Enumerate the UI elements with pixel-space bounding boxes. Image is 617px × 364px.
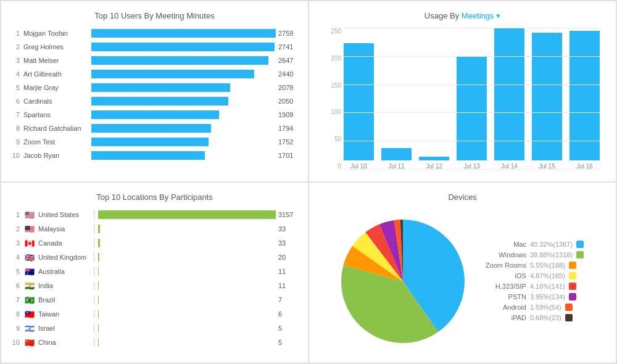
legend-value: 1.59%(54) — [530, 304, 561, 311]
country-flag: 🇬🇧 — [23, 253, 36, 262]
y-axis-label: 200 — [331, 55, 341, 62]
legend-value: 0.68%(23) — [530, 314, 561, 321]
table-row: 6Cardinals2050 — [11, 96, 298, 107]
rank-label: 1 — [11, 211, 20, 218]
country-flag: 🇲🇾 — [23, 225, 36, 234]
rank-label: 2 — [11, 225, 20, 233]
location-bar — [98, 267, 99, 276]
usage-bar-label: Jul 15 — [539, 163, 555, 170]
devices-panel: Devices Mac40.32%(1367)Windows38.88%(131… — [308, 182, 616, 363]
table-row: 8Richard Gatchalian1794 — [11, 123, 298, 134]
user-name: Cardinals — [23, 97, 91, 105]
usage-dropdown-icon[interactable]: ▾ — [496, 11, 500, 20]
bar-container — [91, 138, 276, 146]
location-bar — [98, 281, 99, 290]
y-axis-label: 100 — [331, 109, 341, 115]
user-name: Marjie Gray — [23, 84, 91, 91]
usage-bar — [532, 33, 562, 160]
bar-value: 1752 — [278, 138, 298, 146]
usage-bar-col: Jul 10 — [344, 28, 374, 170]
location-bar — [98, 310, 99, 318]
location-bar-container — [98, 310, 276, 318]
rank-label: 6 — [11, 97, 20, 105]
location-bar-container — [98, 253, 276, 262]
legend-value: 40.32%(1367) — [530, 241, 573, 248]
usage-bar — [569, 31, 600, 160]
legend-value: 4.16%(141) — [530, 283, 565, 290]
user-name: Spartans — [23, 111, 91, 118]
table-row: 4Art Gilbreath2440 — [11, 68, 298, 80]
location-value: 11 — [278, 282, 298, 289]
location-value: 6 — [278, 310, 298, 318]
location-bar — [98, 296, 99, 304]
divider — [94, 310, 94, 318]
location-bar-container — [98, 324, 276, 333]
top-users-title: Top 10 Users By Meeting Minutes — [11, 11, 298, 20]
location-value: 11 — [278, 268, 298, 275]
bar-value: 2440 — [278, 70, 298, 78]
list-item: 9🇮🇱Israel5 — [11, 323, 298, 334]
legend-label: PSTN — [477, 293, 526, 300]
rank-label: 4 — [11, 254, 20, 261]
bar-value: 1909 — [278, 111, 298, 118]
table-row: 3Matt Melser2647 — [11, 55, 298, 66]
usage-bars: Jul 10Jul 11Jul 12Jul 13Jul 14Jul 15Jul … — [319, 28, 606, 170]
y-axis-label: 150 — [331, 82, 341, 89]
bar-container — [91, 110, 276, 119]
country-flag: 🇧🇷 — [23, 296, 36, 305]
location-bar-container — [98, 281, 276, 290]
country-name: Brazil — [38, 296, 94, 304]
legend-color-dot — [569, 293, 576, 300]
rank-label: 2 — [11, 43, 20, 51]
rank-label: 8 — [11, 310, 20, 318]
list-item: 8🇹🇼Taiwan6 — [11, 308, 298, 320]
devices-title: Devices — [319, 192, 606, 202]
rank-label: 7 — [11, 111, 20, 118]
bar-container — [91, 151, 276, 160]
list-item: 2🇲🇾Malaysia33 — [11, 223, 298, 234]
location-bar-container — [98, 239, 276, 247]
location-bar-container — [98, 338, 276, 347]
table-row: 10Jacob Ryan1701 — [11, 150, 298, 161]
bar — [91, 138, 209, 146]
country-name: China — [38, 339, 94, 346]
legend-item: iOS4.87%(165) — [477, 272, 584, 279]
legend-value: 5.55%(188) — [530, 262, 565, 269]
legend-label: Mac — [477, 241, 526, 248]
location-bar — [98, 239, 100, 247]
location-bar-container — [98, 267, 276, 276]
list-item: 5🇦🇺Australia11 — [11, 266, 298, 277]
legend-color-dot — [569, 272, 576, 279]
usage-bar-label: Jul 13 — [463, 163, 480, 170]
list-item: 4🇬🇧United Kingdom20 — [11, 252, 298, 263]
usage-bar-col: Jul 13 — [457, 28, 487, 170]
bar-value: 2050 — [278, 97, 298, 105]
location-value: 33 — [278, 225, 298, 233]
rank-label: 1 — [11, 30, 20, 37]
location-bar-container — [98, 225, 276, 233]
usage-bar-col: Jul 12 — [419, 28, 449, 170]
user-name: Jacob Ryan — [23, 152, 91, 159]
bar-container — [91, 97, 276, 105]
legend-item: Android1.59%(54) — [477, 304, 584, 311]
location-bar — [98, 225, 100, 233]
list-item: 7🇧🇷Brazil7 — [11, 294, 298, 305]
y-axis-label: 250 — [331, 28, 341, 35]
country-flag: 🇦🇺 — [23, 267, 36, 276]
usage-bar-col: Jul 16 — [569, 28, 600, 170]
bar-container — [91, 29, 276, 38]
rank-label: 3 — [11, 57, 20, 64]
usage-bar-label: Jul 10 — [350, 163, 367, 170]
divider — [94, 210, 94, 219]
legend-item: iPAD0.68%(23) — [477, 314, 584, 321]
country-name: Taiwan — [38, 310, 94, 318]
user-name: Zoom Test — [23, 138, 91, 146]
user-name: Mojgan Toofan — [23, 30, 91, 37]
list-item: 1🇺🇸United States3157 — [11, 209, 298, 220]
table-row: 5Marjie Gray2078 — [11, 82, 298, 93]
bar — [91, 43, 275, 51]
usage-panel: Usage By Meetings ▾ 250200150100500 Jul … — [308, 1, 616, 182]
usage-bar-col: Jul 14 — [494, 28, 524, 170]
legend-label: Zoom Rooms — [477, 262, 526, 269]
legend-label: H.323/SIP — [477, 283, 526, 290]
